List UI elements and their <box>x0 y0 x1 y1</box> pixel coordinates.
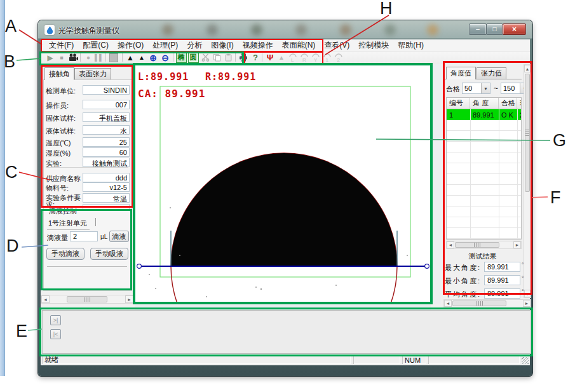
table-horizontal-scrollbar[interactable]: ◄ ► <box>446 241 522 249</box>
manual-drop-button[interactable]: 手动滴液 <box>46 248 85 260</box>
scroll-thumb[interactable] <box>132 157 134 186</box>
camera-icon[interactable] <box>67 52 79 63</box>
scroll-down-arrow[interactable]: ▼ <box>524 290 531 297</box>
menu-control-module[interactable]: 控制模块 <box>354 40 393 51</box>
record-icon[interactable]: ● <box>83 52 94 63</box>
glass-blur-blob <box>162 24 173 36</box>
crosshair-circle-icon[interactable]: ⊕ <box>147 52 159 63</box>
scroll-up-arrow[interactable]: ▲ <box>524 65 531 72</box>
status-ready: 就绪 <box>42 356 351 364</box>
tab-contact-angle[interactable]: 接触角 <box>44 67 74 80</box>
angle-2-icon[interactable]: 2 <box>333 52 344 63</box>
menu-operate[interactable]: 操作(O) <box>113 40 148 51</box>
step-back-button[interactable]: |< <box>50 329 61 339</box>
col-header-clipped[interactable]: 现 <box>517 98 521 109</box>
menu-help[interactable]: 帮助(H) <box>393 40 428 51</box>
scroll-right-arrow[interactable]: ► <box>523 300 531 307</box>
minimize-button[interactable]: – <box>469 24 487 35</box>
table-row[interactable]: 1 89.991 O K 2 <box>447 109 521 120</box>
col-header-pass[interactable]: 合格 <box>499 98 517 109</box>
supplier-input[interactable]: ddd <box>83 173 130 182</box>
cut-icon[interactable] <box>199 52 211 63</box>
drop-shape-large-icon[interactable]: ▲ <box>125 52 136 63</box>
col-header-angle[interactable]: 角 度 <box>470 98 499 109</box>
capture-frame-icon[interactable] <box>108 52 119 63</box>
menu-process[interactable]: 处理(P) <box>148 40 182 51</box>
paste-icon[interactable] <box>222 52 234 63</box>
scroll-thumb[interactable] <box>452 301 506 306</box>
scroll-right-arrow[interactable]: ► <box>125 295 133 303</box>
scroll-thumb[interactable] <box>525 74 530 192</box>
angle-right-icon[interactable]: R <box>299 52 310 63</box>
menu-surface-energy[interactable]: 表面能(N) <box>278 40 320 51</box>
cell-no: 1 <box>447 109 470 120</box>
scroll-thumb[interactable] <box>455 242 499 248</box>
field-label: 温度(℃) <box>46 139 71 148</box>
close-button[interactable]: × <box>503 24 526 35</box>
angle-1-icon[interactable]: 1 <box>321 52 333 63</box>
circle-fit-icon[interactable]: 圆 <box>187 52 199 63</box>
help-icon[interactable]: ? <box>250 52 261 63</box>
chevron-down-icon[interactable]: ▼ <box>481 83 490 93</box>
menu-config[interactable]: 配置(C) <box>78 40 113 51</box>
scroll-left-arrow[interactable]: ◄ <box>447 241 454 248</box>
image-horizontal-scrollbar[interactable] <box>135 305 431 310</box>
image-vertical-scrollbar[interactable] <box>432 64 441 304</box>
right-panel-horizontal-scrollbar[interactable]: ◄ ► <box>443 299 531 308</box>
menu-analyze[interactable]: 分析 <box>182 40 206 51</box>
liquid-sample-input[interactable]: 水 <box>83 125 130 135</box>
max-angle-value[interactable]: 89.991 <box>484 262 520 272</box>
min-angle-value[interactable]: 89.991 <box>484 275 520 285</box>
pass-min-combobox[interactable]: 50 ▼ <box>462 83 490 94</box>
copy-icon[interactable] <box>211 52 222 63</box>
drop-button[interactable]: 滴液 <box>109 231 129 242</box>
stop-icon[interactable]: ■ <box>56 52 67 63</box>
resize-grip[interactable] <box>522 357 529 364</box>
print-icon[interactable] <box>238 52 249 63</box>
right-panel-vertical-scrollbar[interactable]: ▲ ▼ <box>524 64 531 298</box>
tab-tension-values[interactable]: 张力值 <box>477 67 506 79</box>
menu-view[interactable]: 查看(V) <box>320 40 354 51</box>
play-icon[interactable]: ▶ <box>44 52 56 63</box>
experiment-input[interactable]: 接触角测试 <box>83 158 130 167</box>
manual-suck-button[interactable]: 手动吸液 <box>90 248 128 260</box>
dispense-hand-icon[interactable]: Ψ <box>264 52 276 63</box>
ellipse-fit-icon[interactable]: 椭 <box>175 52 187 63</box>
title-bar[interactable]: 光学接触角测量仪 – □ × <box>38 20 532 39</box>
cell-pass: O K <box>499 109 517 120</box>
condition-input[interactable]: 常温 <box>83 193 130 203</box>
svg-text:2: 2 <box>337 57 341 62</box>
left-panel-horizontal-scrollbar[interactable]: ◄ ► <box>41 295 134 304</box>
col-header-no[interactable]: 编号 <box>447 98 470 109</box>
menu-image[interactable]: 图像(I) <box>206 40 238 51</box>
scroll-left-arrow[interactable]: ◄ <box>444 300 452 307</box>
solid-sample-input[interactable]: 手机盖板 <box>83 112 130 122</box>
step-forward-button[interactable]: >| <box>50 315 61 325</box>
app-icon <box>44 25 55 35</box>
drop-shape-small-icon[interactable]: ▲ <box>136 52 147 63</box>
detect-unit-input[interactable]: SINDIN <box>83 85 130 95</box>
angle-y-icon[interactable]: Y <box>310 52 321 63</box>
drop-gray-icon[interactable]: ▲ <box>276 52 287 63</box>
volume-input[interactable]: 2 <box>70 231 98 241</box>
baseline-circle-icon[interactable]: ⊖ <box>159 52 171 63</box>
scroll-left-arrow[interactable]: ◄ <box>41 295 50 303</box>
drop-image-area[interactable]: L:89.991 R:89.991 CA: 89.991 <box>135 64 431 304</box>
tab-angle-values[interactable]: 角度值 <box>446 67 476 79</box>
angle-left-icon[interactable]: L <box>287 52 299 63</box>
injection-unit-tab[interactable]: 1号注射单元 <box>47 218 90 230</box>
menu-file[interactable]: 文件(F) <box>44 40 78 51</box>
annotation-letter-h: H <box>380 0 393 18</box>
material-no-input[interactable]: v12-5 <box>83 182 130 192</box>
menu-video[interactable]: 视频操作 <box>238 40 278 51</box>
avg-angle-value[interactable]: 89.991 <box>484 288 520 299</box>
operator-input[interactable]: 007 <box>83 100 130 109</box>
tab-surface-tension[interactable]: 表面张力 <box>74 68 111 79</box>
max-angle-label: 最大角度: <box>445 263 481 273</box>
maximize-button[interactable]: □ <box>486 24 503 35</box>
pause-icon[interactable]: ▌▌ <box>93 52 105 63</box>
scroll-thumb[interactable] <box>67 296 107 302</box>
temperature-input[interactable]: 25 <box>83 137 130 147</box>
humidity-input[interactable]: 60 <box>83 147 130 157</box>
scroll-right-arrow[interactable]: ► <box>513 241 521 248</box>
